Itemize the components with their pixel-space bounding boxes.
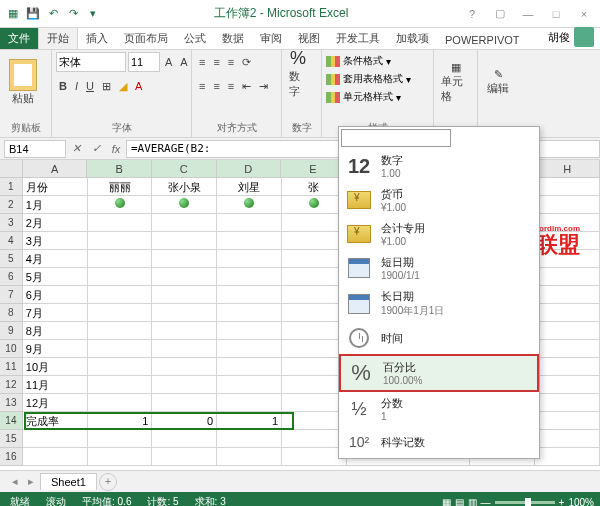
add-sheet-button[interactable]: + <box>99 473 117 491</box>
cell[interactable] <box>152 214 217 232</box>
qat-more-icon[interactable]: ▾ <box>84 5 102 23</box>
cell[interactable] <box>217 358 282 376</box>
cell[interactable] <box>88 340 153 358</box>
cell[interactable]: 1 <box>88 412 153 430</box>
cell[interactable] <box>23 430 88 448</box>
redo-icon[interactable]: ↷ <box>64 5 82 23</box>
cell[interactable] <box>88 394 153 412</box>
cell[interactable] <box>217 214 282 232</box>
row-header[interactable]: 13 <box>0 394 23 412</box>
cell[interactable] <box>88 448 153 466</box>
col-header-c[interactable]: C <box>152 160 217 178</box>
font-size-select[interactable] <box>128 52 160 72</box>
cell[interactable] <box>152 268 217 286</box>
number-format-button[interactable]: % 数字 <box>286 52 310 94</box>
cell[interactable] <box>217 448 282 466</box>
cell[interactable] <box>88 322 153 340</box>
cell[interactable] <box>217 322 282 340</box>
sheet-nav-prev-icon[interactable]: ◂ <box>8 475 22 488</box>
cell[interactable] <box>535 358 600 376</box>
cell[interactable] <box>88 286 153 304</box>
cell[interactable] <box>88 376 153 394</box>
view-layout-icon[interactable]: ▤ <box>455 497 464 507</box>
row-header[interactable]: 4 <box>0 232 23 250</box>
conditional-format-button[interactable]: 条件格式▾ <box>326 52 429 70</box>
underline-button[interactable]: U <box>83 76 97 96</box>
save-icon[interactable]: 💾 <box>24 5 42 23</box>
cell[interactable] <box>217 340 282 358</box>
tab-addins[interactable]: 加载项 <box>388 28 437 49</box>
zoom-slider[interactable] <box>495 501 555 504</box>
cell[interactable]: 刘星 <box>217 178 282 196</box>
cell[interactable] <box>88 358 153 376</box>
cell[interactable] <box>535 178 600 196</box>
row-header[interactable]: 2 <box>0 196 23 214</box>
bold-button[interactable]: B <box>56 76 70 96</box>
sheet-nav-next-icon[interactable]: ▸ <box>24 475 38 488</box>
col-header-d[interactable]: D <box>217 160 282 178</box>
format-option-科学记数[interactable]: 10²科学记数 <box>339 426 539 458</box>
cell[interactable] <box>217 376 282 394</box>
cell[interactable] <box>88 214 153 232</box>
cell[interactable] <box>152 448 217 466</box>
indent-decrease-icon[interactable]: ⇤ <box>239 76 254 96</box>
font-name-select[interactable] <box>56 52 126 72</box>
cell[interactable] <box>217 250 282 268</box>
align-top-icon[interactable]: ≡ <box>196 52 208 72</box>
tab-formulas[interactable]: 公式 <box>176 28 214 49</box>
tab-powerpivot[interactable]: POWERPIVOT <box>437 31 528 49</box>
cell[interactable] <box>535 448 600 466</box>
cells-button[interactable]: ▦ 单元格 <box>438 52 473 112</box>
ribbon-collapse-icon[interactable]: ▢ <box>488 5 512 23</box>
cell[interactable]: 8月 <box>23 322 88 340</box>
cell[interactable] <box>535 340 600 358</box>
view-normal-icon[interactable]: ▦ <box>442 497 451 507</box>
minimize-icon[interactable]: — <box>516 5 540 23</box>
cell[interactable] <box>535 196 600 214</box>
row-header[interactable]: 9 <box>0 322 23 340</box>
format-option-会计专用[interactable]: 会计专用¥1.00 <box>339 217 539 251</box>
cell[interactable] <box>217 304 282 322</box>
tab-home[interactable]: 开始 <box>38 27 78 49</box>
cell[interactable] <box>152 322 217 340</box>
row-header[interactable]: 3 <box>0 214 23 232</box>
cell[interactable] <box>88 268 153 286</box>
format-option-长日期[interactable]: 长日期1900年1月1日 <box>339 285 539 322</box>
row-header[interactable]: 8 <box>0 304 23 322</box>
view-break-icon[interactable]: ▥ <box>468 497 477 507</box>
cell[interactable]: 3月 <box>23 232 88 250</box>
cell[interactable] <box>535 304 600 322</box>
cell[interactable] <box>152 358 217 376</box>
cell[interactable] <box>217 286 282 304</box>
col-header-e[interactable]: E <box>281 160 346 178</box>
zoom-in-button[interactable]: + <box>559 497 565 507</box>
row-header[interactable]: 15 <box>0 430 23 448</box>
cell[interactable]: 1月 <box>23 196 88 214</box>
cell[interactable] <box>535 394 600 412</box>
cell[interactable] <box>23 448 88 466</box>
align-right-icon[interactable]: ≡ <box>225 76 237 96</box>
editing-button[interactable]: ✎ 编辑 <box>482 52 514 112</box>
font-color-button[interactable]: A <box>132 76 145 96</box>
row-header[interactable]: 5 <box>0 250 23 268</box>
row-header[interactable]: 14 <box>0 412 23 430</box>
table-format-button[interactable]: 套用表格格式▾ <box>326 70 429 88</box>
cell[interactable]: 7月 <box>23 304 88 322</box>
border-button[interactable]: ⊞ <box>99 76 114 96</box>
cell[interactable] <box>217 232 282 250</box>
cell[interactable] <box>152 394 217 412</box>
cell[interactable] <box>88 430 153 448</box>
cell[interactable]: 11月 <box>23 376 88 394</box>
cell[interactable]: 丽丽 <box>88 178 153 196</box>
cell[interactable]: 完成率 <box>23 412 88 430</box>
cell[interactable] <box>152 286 217 304</box>
shrink-font-icon[interactable]: A <box>177 52 190 72</box>
row-header[interactable]: 6 <box>0 268 23 286</box>
format-option-短日期[interactable]: 短日期1900/1/1 <box>339 251 539 285</box>
align-center-icon[interactable]: ≡ <box>210 76 222 96</box>
tab-insert[interactable]: 插入 <box>78 28 116 49</box>
cell[interactable] <box>535 268 600 286</box>
cell[interactable] <box>152 430 217 448</box>
help-icon[interactable]: ? <box>460 5 484 23</box>
cell[interactable] <box>88 196 153 214</box>
